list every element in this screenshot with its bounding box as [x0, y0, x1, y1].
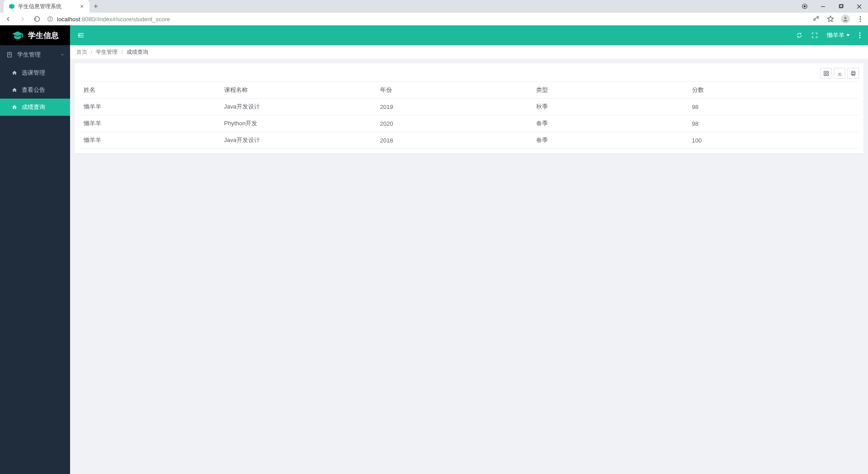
- top-bar: 懒羊羊: [70, 25, 868, 45]
- chevron-down-icon: [60, 52, 65, 57]
- svg-point-22: [859, 35, 861, 36]
- browser-tab[interactable]: 学生信息管理系统 ×: [4, 0, 90, 13]
- breadcrumb: 首页 / 学生管理 / 成绩查询: [70, 45, 868, 59]
- document-icon: [6, 52, 13, 58]
- more-icon[interactable]: [859, 32, 861, 38]
- table-toolbar: [79, 68, 859, 79]
- window-controls: [796, 0, 868, 13]
- url-field[interactable]: localhost:8080//index#/score/student_sco…: [47, 14, 807, 24]
- url-text: localhost:8080//index#/score/student_sco…: [57, 16, 170, 23]
- incognito-icon[interactable]: [796, 0, 814, 13]
- breadcrumb-item[interactable]: 首页: [76, 48, 87, 56]
- refresh-icon[interactable]: [796, 32, 802, 38]
- print-button[interactable]: [847, 68, 859, 79]
- score-table: 姓名 课程名称 年份 类型 分数 懒羊羊Java开发设计2019秋季98懒羊羊P…: [79, 81, 859, 149]
- table-header: 课程名称: [220, 82, 376, 99]
- table-cell: 2019: [376, 99, 532, 115]
- sidebar-item-score[interactable]: 成绩查询: [0, 99, 70, 116]
- table-row[interactable]: 懒羊羊Phython开发2020春季98: [79, 115, 859, 132]
- svg-rect-24: [824, 71, 826, 73]
- maximize-icon[interactable]: [832, 0, 850, 13]
- window-close-icon[interactable]: [850, 0, 868, 13]
- svg-point-23: [859, 37, 861, 38]
- table-cell: Phython开发: [220, 115, 376, 132]
- table-cell: 98: [688, 115, 859, 132]
- close-icon[interactable]: ×: [79, 3, 85, 9]
- table-header: 姓名: [79, 82, 220, 99]
- download-icon: [837, 71, 843, 76]
- logo-text: 学生信息: [28, 30, 59, 41]
- sidebar-item-label: 查看公告: [22, 86, 45, 94]
- sidebar: 学生信息 学生管理 选课管理 查看公告 成: [0, 25, 70, 474]
- minimize-icon[interactable]: [814, 0, 832, 13]
- table-cell: 98: [688, 99, 859, 115]
- table-cell: 懒羊羊: [79, 132, 220, 149]
- columns-button[interactable]: [820, 68, 832, 79]
- sidebar-item-course[interactable]: 选课管理: [0, 64, 70, 81]
- key-icon[interactable]: [812, 15, 820, 23]
- svg-point-12: [860, 16, 861, 18]
- user-name-label: 懒羊羊: [827, 31, 844, 39]
- back-icon[interactable]: [4, 14, 13, 24]
- address-bar-right: [812, 14, 864, 24]
- table-header: 类型: [532, 82, 688, 99]
- graduation-cap-icon: [12, 30, 24, 40]
- table-cell: 春季: [532, 132, 688, 149]
- home-icon: [12, 70, 17, 76]
- sidebar-group-student[interactable]: 学生管理: [0, 45, 70, 64]
- sidebar-item-notice[interactable]: 查看公告: [0, 81, 70, 99]
- panel: 姓名 课程名称 年份 类型 分数 懒羊羊Java开发设计2019秋季98懒羊羊P…: [75, 63, 863, 153]
- logo: 学生信息: [0, 25, 70, 45]
- table-cell: 100: [688, 132, 859, 149]
- table-cell: 春季: [532, 115, 688, 132]
- svg-rect-25: [826, 71, 828, 73]
- tab-title: 学生信息管理系统: [18, 3, 79, 10]
- svg-rect-27: [826, 74, 828, 76]
- sidebar-item-label: 成绩查询: [22, 103, 45, 111]
- table-cell: 懒羊羊: [79, 115, 220, 132]
- grid-icon: [823, 71, 829, 76]
- forward-icon[interactable]: [18, 14, 27, 24]
- info-icon: [47, 16, 53, 22]
- new-tab-button[interactable]: +: [90, 0, 102, 13]
- content: 姓名 课程名称 年份 类型 分数 懒羊羊Java开发设计2019秋季98懒羊羊P…: [70, 59, 868, 158]
- user-menu[interactable]: 懒羊羊: [827, 31, 850, 39]
- home-icon: [12, 104, 17, 110]
- kebab-icon[interactable]: [856, 15, 864, 23]
- profile-icon[interactable]: [841, 14, 850, 24]
- home-icon: [12, 87, 17, 93]
- breadcrumb-sep: /: [91, 49, 92, 55]
- svg-point-1: [804, 5, 806, 7]
- app: 学生信息 学生管理 选课管理 查看公告 成: [0, 25, 868, 474]
- export-button[interactable]: [834, 68, 845, 79]
- table-header: 年份: [376, 82, 532, 99]
- svg-point-14: [860, 21, 861, 22]
- svg-rect-26: [824, 74, 826, 76]
- sidebar-group-label: 学生管理: [17, 51, 41, 59]
- table-row[interactable]: 懒羊羊Java开发设计2018春季100: [79, 132, 859, 149]
- sidebar-item-label: 选课管理: [22, 69, 45, 77]
- breadcrumb-sep: /: [121, 49, 123, 55]
- printer-icon: [850, 71, 856, 76]
- table-header: 分数: [688, 82, 859, 99]
- menu-toggle-icon[interactable]: [77, 32, 85, 38]
- tab-bar: 学生信息管理系统 × +: [0, 0, 868, 13]
- table-cell: Java开发设计: [220, 99, 376, 115]
- svg-point-21: [859, 33, 861, 34]
- reload-icon[interactable]: [33, 14, 42, 24]
- table-cell: 懒羊羊: [79, 99, 220, 115]
- cube-icon: [8, 3, 15, 10]
- table-header-row: 姓名 课程名称 年份 类型 分数: [79, 82, 859, 99]
- table-row[interactable]: 懒羊羊Java开发设计2019秋季98: [79, 99, 859, 115]
- svg-point-9: [50, 18, 51, 18]
- breadcrumb-item: 成绩查询: [127, 48, 148, 56]
- table-cell: 2018: [376, 132, 532, 149]
- svg-point-10: [814, 19, 816, 20]
- fullscreen-icon[interactable]: [811, 32, 818, 38]
- star-icon[interactable]: [826, 15, 835, 23]
- main: 懒羊羊 首页 / 学生管理 / 成绩查询: [70, 25, 868, 474]
- caret-down-icon: [846, 33, 850, 37]
- table-cell: 2020: [376, 115, 532, 132]
- breadcrumb-item[interactable]: 学生管理: [96, 48, 118, 56]
- browser-chrome: 学生信息管理系统 × +: [0, 0, 868, 25]
